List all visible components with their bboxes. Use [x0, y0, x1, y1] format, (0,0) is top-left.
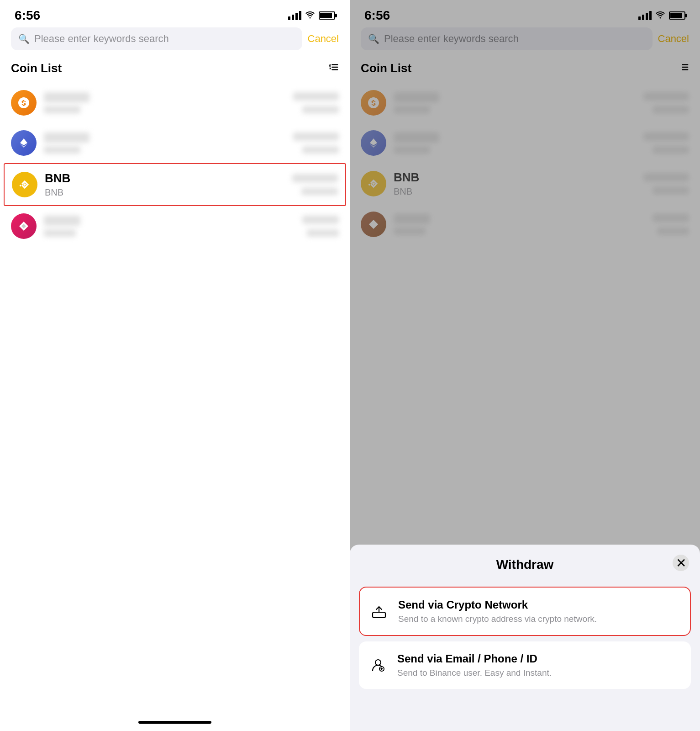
battery-icon-left — [319, 11, 335, 20]
svg-rect-8 — [373, 612, 385, 618]
left-panel: 6:56 🔍 Please enter keywords search Canc… — [0, 0, 350, 731]
email-option-text: Send via Email / Phone / ID Send to Bina… — [397, 652, 682, 678]
blurred-symbol-4 — [44, 229, 76, 237]
blurred-name-4 — [44, 216, 80, 226]
bnb-balance — [292, 174, 338, 195]
close-button[interactable]: ✕ — [673, 555, 689, 571]
send-crypto-option[interactable]: Send via Crypto Network Send to a known … — [359, 587, 691, 636]
signal-icon-left — [288, 11, 301, 20]
bnb-list-item[interactable]: BNB BNB — [4, 163, 346, 206]
blurred-bnb-balance — [292, 174, 338, 182]
list-item[interactable] — [0, 83, 350, 123]
search-placeholder-left: Please enter keywords search — [34, 33, 169, 45]
crypto-network-icon — [369, 601, 389, 621]
coin-balance-2 — [293, 132, 339, 154]
svg-point-9 — [375, 660, 381, 665]
cancel-button-left[interactable]: Cancel — [308, 33, 339, 45]
email-option-desc: Send to Binance user. Easy and Instant. — [397, 668, 682, 678]
blurred-value-4 — [307, 229, 339, 237]
coin-balance-4 — [302, 216, 339, 237]
coin-icon-orange — [11, 90, 37, 116]
blurred-balance-2 — [293, 132, 339, 141]
withdraw-title: Withdraw — [496, 557, 554, 572]
bnb-name: BNB — [45, 171, 285, 185]
status-icons-left — [288, 11, 335, 21]
time-left: 6:56 — [15, 8, 40, 23]
coin-balance-1 — [293, 92, 339, 113]
coin-info-4 — [44, 216, 295, 237]
bnb-symbol: BNB — [45, 187, 285, 198]
send-email-option[interactable]: Send via Email / Phone / ID Send to Bina… — [359, 641, 691, 689]
search-icon-left: 🔍 — [18, 33, 30, 44]
bnb-icon — [12, 172, 37, 197]
blurred-symbol-1 — [44, 106, 80, 113]
right-panel: 6:56 🔍 Please enter keywords search Canc… — [350, 0, 700, 731]
bottom-sheet-header: Withdraw ✕ — [350, 545, 700, 581]
crypto-option-text: Send via Crypto Network Send to a known … — [398, 599, 681, 624]
crypto-option-desc: Send to a known crypto address via crypt… — [398, 614, 681, 624]
blurred-name-2 — [44, 132, 89, 143]
email-option-title: Send via Email / Phone / ID — [397, 652, 682, 665]
coin-list-header-left: Coin List — [0, 58, 350, 83]
coin-info-1 — [44, 92, 286, 113]
home-indicator-left — [138, 721, 211, 724]
bnb-info: BNB BNB — [45, 171, 285, 198]
list-item[interactable] — [0, 206, 350, 246]
blurred-value-2 — [302, 146, 339, 154]
blurred-bnb-value — [301, 188, 338, 195]
coin-list-title-left: Coin List — [11, 61, 62, 75]
search-input-left[interactable]: 🔍 Please enter keywords search — [11, 27, 302, 50]
search-bar-left: 🔍 Please enter keywords search Cancel — [0, 27, 350, 50]
blurred-balance-1 — [293, 92, 339, 101]
blurred-balance-4 — [302, 216, 339, 224]
list-item[interactable] — [0, 123, 350, 163]
blurred-symbol-2 — [44, 146, 80, 154]
crypto-option-title: Send via Crypto Network — [398, 599, 681, 611]
blurred-value-1 — [302, 106, 339, 113]
coin-info-2 — [44, 132, 286, 154]
sort-icon-left[interactable] — [329, 62, 339, 75]
coin-icon-blue — [11, 130, 37, 156]
wifi-icon-left — [305, 11, 315, 21]
blurred-name-1 — [44, 92, 89, 102]
email-phone-icon — [368, 655, 388, 675]
bottom-sheet: Withdraw ✕ Send via Crypto Network Send … — [350, 545, 700, 731]
status-bar-left: 6:56 — [0, 0, 350, 27]
coin-icon-pink — [11, 213, 37, 239]
close-icon: ✕ — [676, 556, 686, 571]
